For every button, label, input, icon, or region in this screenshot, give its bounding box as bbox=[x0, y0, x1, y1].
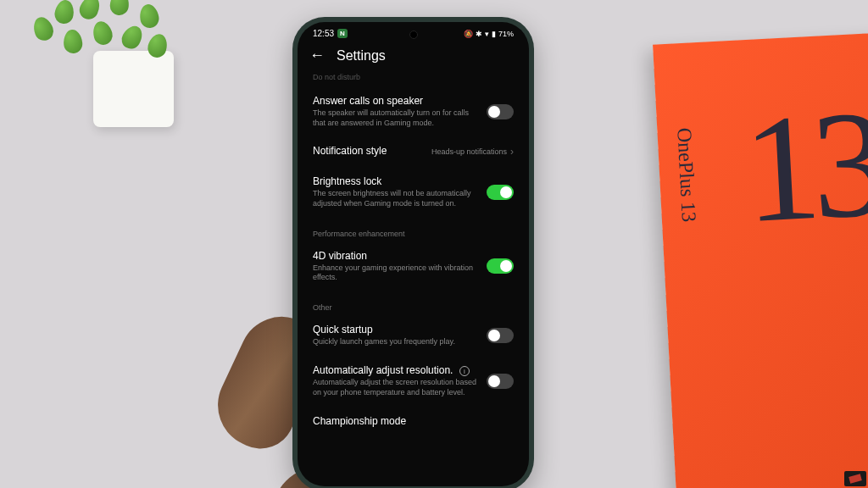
bluetooth-icon: ✱ bbox=[476, 30, 482, 38]
status-time: 12:53 bbox=[313, 29, 334, 38]
setting-auto-resolution[interactable]: Automatically adjust resolution. i Autom… bbox=[313, 356, 514, 407]
setting-title: 4D vibration bbox=[313, 250, 478, 262]
phone-screen: 12:53 N 🔕 ✱ ▾ ▮ 71% ← Settings Do not di… bbox=[298, 22, 529, 486]
setting-notification-style[interactable]: Notification style Heads-up notification… bbox=[313, 136, 514, 167]
product-box: 13 OnePlus 13 bbox=[653, 32, 868, 488]
box-brand-text: OnePlus 13 bbox=[672, 127, 700, 223]
back-button[interactable]: ← bbox=[309, 47, 325, 64]
status-badge: N bbox=[337, 29, 348, 38]
toggle-brightness-lock[interactable] bbox=[487, 185, 514, 200]
setting-brightness-lock[interactable]: Brightness lock The screen brightness wi… bbox=[313, 167, 514, 217]
setting-title: Automatically adjust resolution. i bbox=[313, 364, 478, 377]
setting-title: Notification style bbox=[313, 145, 423, 157]
plant-decoration bbox=[0, 0, 186, 136]
setting-title: Quick startup bbox=[313, 324, 478, 336]
info-icon[interactable]: i bbox=[459, 366, 470, 376]
setting-quick-startup[interactable]: Quick startup Quickly launch games you f… bbox=[313, 315, 514, 356]
truncated-item-bottom[interactable]: Championship mode bbox=[313, 407, 514, 427]
setting-description: Quickly launch games you frequently play… bbox=[313, 337, 478, 347]
chevron-right-icon: › bbox=[510, 146, 514, 158]
section-performance: Performance enhancement bbox=[313, 218, 514, 241]
truncated-item-top: Do not disturb bbox=[313, 73, 514, 86]
box-number: 13 bbox=[740, 75, 868, 258]
battery-percent: 71% bbox=[498, 30, 514, 38]
setting-description: Automatically adjust the screen resoluti… bbox=[313, 378, 478, 397]
toggle-auto-resolution[interactable] bbox=[487, 374, 514, 389]
setting-description: The speaker will automatically turn on f… bbox=[313, 108, 478, 128]
section-other: Other bbox=[313, 291, 514, 315]
setting-answer-calls-speaker[interactable]: Answer calls on speaker The speaker will… bbox=[313, 86, 514, 136]
toggle-4d-vibration[interactable] bbox=[487, 258, 514, 274]
page-header: ← Settings bbox=[298, 42, 529, 73]
setting-title: Brightness lock bbox=[313, 175, 478, 187]
battery-icon: ▮ bbox=[492, 30, 496, 38]
setting-title: Answer calls on speaker bbox=[313, 95, 478, 107]
page-title: Settings bbox=[337, 48, 386, 64]
toggle-quick-startup[interactable] bbox=[487, 328, 514, 343]
camera-hole bbox=[409, 30, 418, 39]
setting-value: Heads-up notifications bbox=[431, 147, 507, 157]
setting-description: Enhance your gaming experience with vibr… bbox=[313, 263, 478, 283]
phone-device: 12:53 N 🔕 ✱ ▾ ▮ 71% ← Settings Do not di… bbox=[292, 17, 534, 488]
wifi-icon: ▾ bbox=[485, 30, 489, 38]
setting-description: The screen brightness will not be automa… bbox=[313, 189, 478, 208]
settings-list[interactable]: Do not disturb Answer calls on speaker T… bbox=[298, 73, 529, 427]
watermark-badge bbox=[844, 471, 866, 486]
toggle-answer-calls[interactable] bbox=[487, 104, 514, 119]
setting-4d-vibration[interactable]: 4D vibration Enhance your gaming experie… bbox=[313, 241, 514, 291]
dnd-icon: 🔕 bbox=[464, 30, 473, 38]
